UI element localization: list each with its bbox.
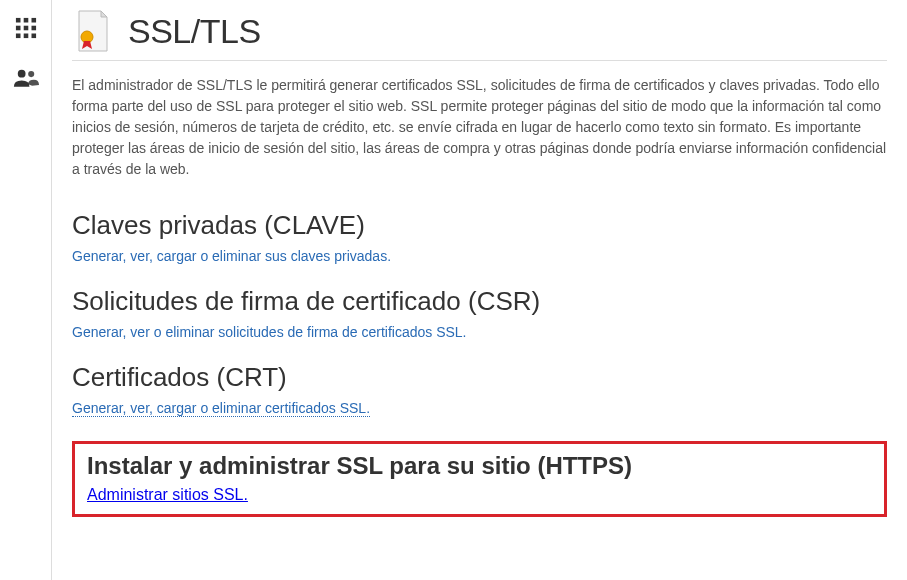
main-content: SSL/TLS El administrador de SSL/TLS le p… [52, 0, 907, 580]
section-install-ssl-highlight: Instalar y administrar SSL para su sitio… [72, 441, 887, 517]
section-heading-csr: Solicitudes de firma de certificado (CSR… [72, 286, 887, 317]
svg-rect-6 [15, 34, 20, 39]
page-header: SSL/TLS [72, 10, 887, 61]
section-heading-crt: Certificados (CRT) [72, 362, 887, 393]
section-heading-keys: Claves privadas (CLAVE) [72, 210, 887, 241]
svg-rect-2 [31, 18, 36, 23]
section-private-keys: Claves privadas (CLAVE) Generar, ver, ca… [72, 210, 887, 286]
page-title: SSL/TLS [128, 12, 261, 51]
certificate-icon [72, 10, 114, 52]
link-private-keys[interactable]: Generar, ver, cargar o eliminar sus clav… [72, 248, 391, 264]
apps-grid-icon[interactable] [8, 10, 44, 46]
link-csr[interactable]: Generar, ver o eliminar solicitudes de f… [72, 324, 467, 340]
svg-rect-3 [15, 26, 20, 31]
link-install-ssl[interactable]: Administrar sitios SSL. [87, 486, 248, 503]
users-icon[interactable] [8, 60, 44, 96]
svg-point-10 [28, 71, 34, 77]
intro-text: El administrador de SSL/TLS le permitirá… [72, 75, 887, 180]
left-sidebar [0, 0, 52, 580]
svg-rect-1 [23, 18, 28, 23]
svg-rect-4 [23, 26, 28, 31]
section-heading-install: Instalar y administrar SSL para su sitio… [87, 452, 872, 480]
svg-rect-0 [15, 18, 20, 23]
svg-rect-8 [31, 34, 36, 39]
svg-rect-5 [31, 26, 36, 31]
svg-rect-7 [23, 34, 28, 39]
section-csr: Solicitudes de firma de certificado (CSR… [72, 286, 887, 362]
svg-point-9 [17, 70, 25, 78]
section-crt: Certificados (CRT) Generar, ver, cargar … [72, 362, 887, 439]
link-crt[interactable]: Generar, ver, cargar o eliminar certific… [72, 400, 370, 417]
